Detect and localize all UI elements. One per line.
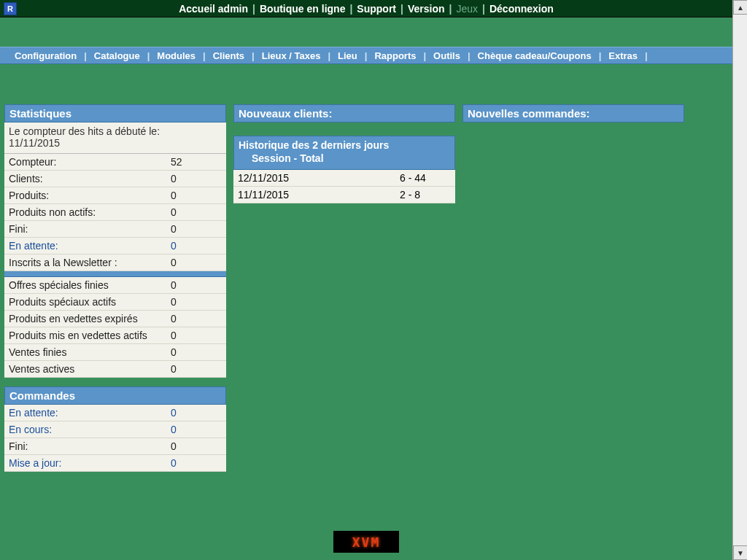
stat-label: Produits mis en vedettes actifs xyxy=(9,330,171,341)
topnav-item[interactable]: Accueil admin xyxy=(179,3,248,15)
stat-label: Clients: xyxy=(9,173,171,184)
new-clients-title: Nouveaux clients: xyxy=(233,104,455,122)
stat-value: 0 xyxy=(171,257,222,268)
stat-value: 0 xyxy=(171,206,222,218)
subnav-item[interactable]: Modules xyxy=(157,50,196,61)
stats-title: Statistiques xyxy=(4,104,226,122)
stat-row: Produits en vedettes expirés0 xyxy=(4,311,226,327)
scroll-down-icon[interactable]: ▼ xyxy=(733,545,747,560)
history-date: 12/11/2015 xyxy=(238,172,400,184)
stat-value: 0 xyxy=(171,330,222,341)
stats-separator xyxy=(4,271,226,277)
subnav-item[interactable]: Extras xyxy=(608,50,638,61)
history-date: 11/11/2015 xyxy=(238,189,400,201)
new-orders-panel: Nouvelles commandes: xyxy=(462,104,684,122)
stat-label: Produits non actifs: xyxy=(9,206,171,218)
history-subheader: Historique des 2 derniers jours Session … xyxy=(233,136,455,170)
stat-value: 0 xyxy=(171,190,222,201)
stat-row: Fini:0 xyxy=(4,438,226,455)
history-sub-line2: Session - Total xyxy=(239,152,450,165)
subnav-sep: | xyxy=(423,50,426,61)
subnav-sep: | xyxy=(365,50,368,61)
scroll-track[interactable] xyxy=(733,15,747,545)
sub-nav: Configuration|Catalogue|Modules|Clients|… xyxy=(0,47,732,64)
subnav-item[interactable]: Rapports xyxy=(374,50,416,61)
stat-value: 0 xyxy=(171,424,222,435)
app-viewport: R Accueil admin|Boutique en ligne|Suppor… xyxy=(0,0,732,560)
subnav-sep: | xyxy=(328,50,330,61)
stat-row: Produits:0 xyxy=(4,187,226,204)
subnav-item[interactable]: Chèque cadeau/Coupons xyxy=(478,50,592,61)
subnav-item[interactable]: Catalogue xyxy=(94,50,140,61)
subnav-sep: | xyxy=(203,50,206,61)
scroll-up-icon[interactable]: ▲ xyxy=(733,0,747,15)
stat-row[interactable]: En attente:0 xyxy=(4,405,226,421)
history-value: 2 - 8 xyxy=(400,189,451,201)
stat-row: Fini:0 xyxy=(4,221,226,238)
stat-label: Produits: xyxy=(9,190,171,201)
stat-row: Ventes finies0 xyxy=(4,344,226,361)
topnav-sep: | xyxy=(449,3,452,15)
stat-label: Inscrits a la Newsletter : xyxy=(9,257,171,268)
stat-row: Offres spéciales finies0 xyxy=(4,277,226,294)
topnav-item[interactable]: Boutique en ligne xyxy=(260,3,345,15)
orders-panel: Commandes En attente:0En cours:0Fini:0Mi… xyxy=(4,386,226,472)
history-row: 11/11/20152 - 8 xyxy=(233,187,455,203)
stat-row: Clients:0 xyxy=(4,171,226,187)
topnav-sep: | xyxy=(482,3,485,15)
topnav-item[interactable]: Support xyxy=(357,3,396,15)
stat-label: Ventes finies xyxy=(9,346,171,358)
corner-badge: R xyxy=(4,2,17,15)
stat-row: Inscrits a la Newsletter :0 xyxy=(4,254,226,271)
stat-label: Offres spéciales finies xyxy=(9,279,171,291)
stat-value: 0 xyxy=(171,457,222,469)
history-row: 12/11/20156 - 44 xyxy=(233,170,455,187)
dashboard: Statistiques Le compteur des hits a débu… xyxy=(0,64,732,481)
stat-label: Fini: xyxy=(9,440,171,452)
subnav-item[interactable]: Clients xyxy=(213,50,244,61)
stat-value: 0 xyxy=(171,223,222,235)
stat-label: Compteur: xyxy=(9,156,171,168)
stat-row: Produits spéciaux actifs0 xyxy=(4,294,226,311)
stat-label: Produits en vedettes expirés xyxy=(9,313,171,324)
topnav-sep: | xyxy=(349,3,352,15)
stat-label: En cours: xyxy=(9,424,171,435)
vertical-scrollbar[interactable]: ▲ ▼ xyxy=(732,0,747,560)
topnav-item[interactable]: Déconnexion xyxy=(489,3,554,15)
stat-value: 52 xyxy=(171,156,222,168)
stat-value: 0 xyxy=(171,279,222,291)
subnav-sep: | xyxy=(645,50,648,61)
subnav-sep: | xyxy=(84,50,87,61)
footer-logo[interactable]: XVM xyxy=(333,531,399,553)
subnav-item[interactable]: Lieu xyxy=(338,50,357,61)
col-left: Statistiques Le compteur des hits a débu… xyxy=(4,104,226,481)
stat-row[interactable]: En attente:0 xyxy=(4,238,226,254)
subnav-item[interactable]: Lieux / Taxes xyxy=(262,50,321,61)
stat-value: 0 xyxy=(171,407,222,419)
topnav-sep: | xyxy=(252,3,255,15)
stat-row: Ventes actives0 xyxy=(4,361,226,378)
new-clients-panel: Nouveaux clients: xyxy=(233,104,455,122)
col-mid: Nouveaux clients: Historique des 2 derni… xyxy=(233,104,455,481)
col-right: Nouvelles commandes: xyxy=(462,104,684,481)
orders-title: Commandes xyxy=(4,386,226,405)
subnav-item[interactable]: Outils xyxy=(433,50,460,61)
topnav-item[interactable]: Version xyxy=(408,3,445,15)
stat-value: 0 xyxy=(171,173,222,184)
subnav-item[interactable]: Configuration xyxy=(15,50,77,61)
history-panel: Historique des 2 derniers jours Session … xyxy=(233,136,455,203)
stat-row[interactable]: Mise a jour:0 xyxy=(4,455,226,472)
stats-intro-date: 11/11/2015 xyxy=(9,137,222,149)
stat-row: Produits non actifs:0 xyxy=(4,204,226,221)
stat-value: 0 xyxy=(171,313,222,324)
subnav-sep: | xyxy=(147,50,150,61)
topnav-item[interactable]: Jeux xyxy=(456,3,478,15)
top-nav: Accueil admin|Boutique en ligne|Support|… xyxy=(0,0,732,18)
history-sub-line1: Historique des 2 derniers jours xyxy=(239,139,450,152)
stats-intro: Le compteur des hits a débuté le: 11/11/… xyxy=(4,122,226,154)
stat-label: En attente: xyxy=(9,407,171,419)
stat-label: Mise a jour: xyxy=(9,457,171,469)
stat-label: En attente: xyxy=(9,240,171,252)
stat-row[interactable]: En cours:0 xyxy=(4,421,226,438)
stat-value: 0 xyxy=(171,240,222,252)
